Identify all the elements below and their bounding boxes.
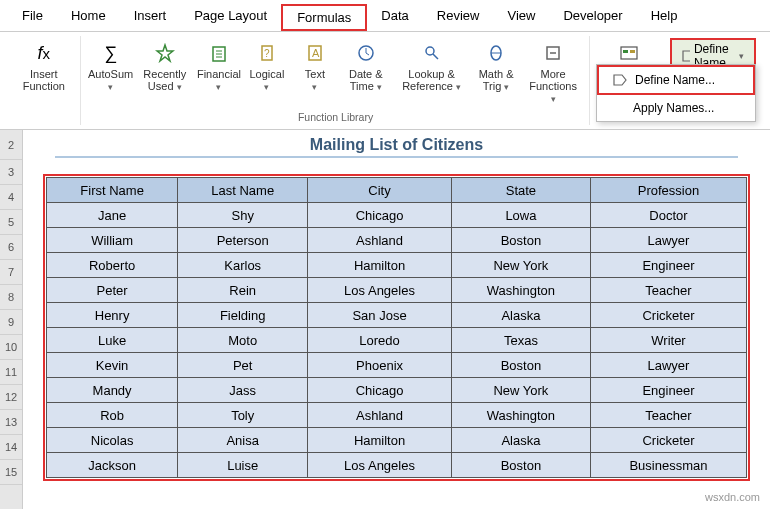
column-header[interactable]: Last Name: [178, 178, 308, 203]
table-cell[interactable]: Boston: [451, 228, 590, 253]
tab-formulas[interactable]: Formulas: [281, 4, 367, 31]
table-cell[interactable]: Rob: [47, 403, 178, 428]
math-button[interactable]: Math & Trig ▾: [473, 38, 520, 95]
table-cell[interactable]: Nicolas: [47, 428, 178, 453]
column-header[interactable]: Profession: [590, 178, 746, 203]
logical-button[interactable]: ? Logical▾: [245, 38, 289, 95]
table-cell[interactable]: Alaska: [451, 303, 590, 328]
svg-point-17: [550, 52, 552, 54]
table-cell[interactable]: Phoenix: [308, 353, 452, 378]
table-cell[interactable]: Teacher: [590, 278, 746, 303]
table-cell[interactable]: Karlos: [178, 253, 308, 278]
table-cell[interactable]: Lawyer: [590, 228, 746, 253]
menu-define-name[interactable]: Define Name...: [597, 65, 755, 95]
table-cell[interactable]: Los Angeles: [308, 453, 452, 478]
row-header[interactable]: 13: [0, 410, 22, 435]
row-header[interactable]: 2: [0, 130, 22, 160]
tab-help[interactable]: Help: [637, 4, 692, 31]
row-header[interactable]: 7: [0, 260, 22, 285]
insert-function-button[interactable]: fx Insert Function: [14, 38, 74, 94]
table-cell[interactable]: Chicago: [308, 378, 452, 403]
table-cell[interactable]: Engineer: [590, 253, 746, 278]
table-cell[interactable]: Boston: [451, 353, 590, 378]
table-cell[interactable]: New York: [451, 378, 590, 403]
tab-data[interactable]: Data: [367, 4, 422, 31]
row-header[interactable]: 12: [0, 385, 22, 410]
table-cell[interactable]: San Jose: [308, 303, 452, 328]
table-cell[interactable]: Alaska: [451, 428, 590, 453]
table-cell[interactable]: Toly: [178, 403, 308, 428]
row-header[interactable]: 15: [0, 460, 22, 485]
table-cell[interactable]: Washington: [451, 403, 590, 428]
row-header[interactable]: 8: [0, 285, 22, 310]
table-cell[interactable]: Lowa: [451, 203, 590, 228]
table-cell[interactable]: Moto: [178, 328, 308, 353]
table-cell[interactable]: Ashland: [308, 403, 452, 428]
table-cell[interactable]: Jane: [47, 203, 178, 228]
table-cell[interactable]: Mandy: [47, 378, 178, 403]
table-cell[interactable]: Henry: [47, 303, 178, 328]
table-cell[interactable]: Los Angeles: [308, 278, 452, 303]
table-cell[interactable]: Businessman: [590, 453, 746, 478]
financial-button[interactable]: Financial▾: [197, 38, 241, 95]
row-headers: 23456789101112131415: [0, 130, 23, 509]
tab-review[interactable]: Review: [423, 4, 494, 31]
recently-used-button[interactable]: Recently Used ▾: [137, 38, 193, 95]
chevron-down-icon: ▾: [551, 94, 556, 104]
table-cell[interactable]: Shy: [178, 203, 308, 228]
text-button[interactable]: A Text▾: [293, 38, 337, 95]
table-cell[interactable]: Peter: [47, 278, 178, 303]
lookup-button[interactable]: Lookup & Reference ▾: [395, 38, 469, 95]
tab-pagelayout[interactable]: Page Layout: [180, 4, 281, 31]
table-cell[interactable]: Cricketer: [590, 428, 746, 453]
column-header[interactable]: City: [308, 178, 452, 203]
table-cell[interactable]: Hamilton: [308, 253, 452, 278]
table-cell[interactable]: New York: [451, 253, 590, 278]
table-cell[interactable]: Lawyer: [590, 353, 746, 378]
table-cell[interactable]: Luise: [178, 453, 308, 478]
table-cell[interactable]: William: [47, 228, 178, 253]
tab-home[interactable]: Home: [57, 4, 120, 31]
menu-apply-names[interactable]: Apply Names...: [597, 95, 755, 121]
row-header[interactable]: 4: [0, 185, 22, 210]
datetime-button[interactable]: Date & Time ▾: [341, 38, 391, 95]
table-cell[interactable]: Anisa: [178, 428, 308, 453]
table-cell[interactable]: Boston: [451, 453, 590, 478]
table-cell[interactable]: Texas: [451, 328, 590, 353]
column-header[interactable]: State: [451, 178, 590, 203]
table-cell[interactable]: Peterson: [178, 228, 308, 253]
tab-view[interactable]: View: [493, 4, 549, 31]
table-cell[interactable]: Hamilton: [308, 428, 452, 453]
row-header[interactable]: 6: [0, 235, 22, 260]
table-cell[interactable]: Ashland: [308, 228, 452, 253]
table-cell[interactable]: Luke: [47, 328, 178, 353]
table-cell[interactable]: Chicago: [308, 203, 452, 228]
table-cell[interactable]: Roberto: [47, 253, 178, 278]
table-cell[interactable]: Teacher: [590, 403, 746, 428]
table-cell[interactable]: Jass: [178, 378, 308, 403]
row-header[interactable]: 3: [0, 160, 22, 185]
table-cell[interactable]: Fielding: [178, 303, 308, 328]
table-cell[interactable]: Pet: [178, 353, 308, 378]
data-table[interactable]: First NameLast NameCityStateProfession J…: [46, 177, 747, 478]
table-cell[interactable]: Rein: [178, 278, 308, 303]
row-header[interactable]: 10: [0, 335, 22, 360]
row-header[interactable]: 9: [0, 310, 22, 335]
row-header[interactable]: 14: [0, 435, 22, 460]
column-header[interactable]: First Name: [47, 178, 178, 203]
table-cell[interactable]: Jackson: [47, 453, 178, 478]
tab-insert[interactable]: Insert: [120, 4, 181, 31]
row-header[interactable]: 11: [0, 360, 22, 385]
row-header[interactable]: 5: [0, 210, 22, 235]
table-cell[interactable]: Engineer: [590, 378, 746, 403]
table-cell[interactable]: Cricketer: [590, 303, 746, 328]
tab-developer[interactable]: Developer: [549, 4, 636, 31]
table-cell[interactable]: Writer: [590, 328, 746, 353]
table-cell[interactable]: Doctor: [590, 203, 746, 228]
more-functions-button[interactable]: More Functions ▾: [524, 38, 583, 107]
autosum-button[interactable]: ∑ AutoSum▾: [89, 38, 133, 95]
table-cell[interactable]: Loredo: [308, 328, 452, 353]
tab-file[interactable]: File: [8, 4, 57, 31]
table-cell[interactable]: Kevin: [47, 353, 178, 378]
table-cell[interactable]: Washington: [451, 278, 590, 303]
